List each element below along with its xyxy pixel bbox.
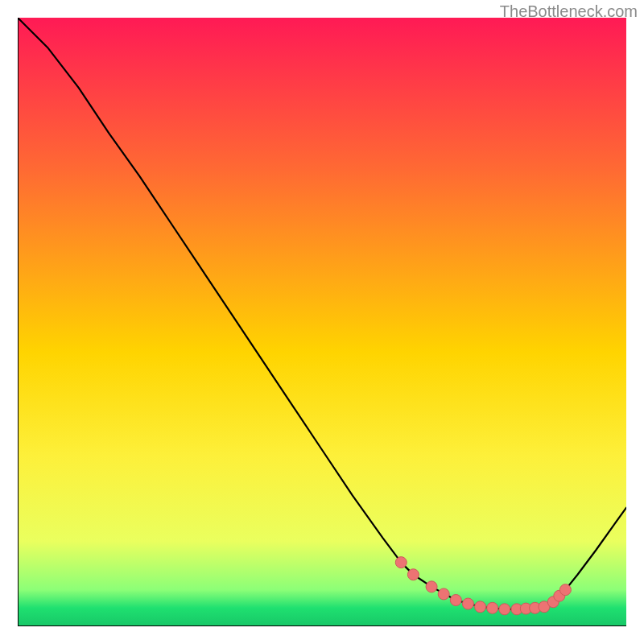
data-point bbox=[499, 604, 510, 615]
plot-area bbox=[18, 18, 626, 626]
data-point bbox=[450, 594, 461, 605]
data-point bbox=[475, 601, 486, 613]
plot-svg bbox=[18, 18, 626, 626]
data-point bbox=[426, 581, 437, 592]
data-point bbox=[395, 557, 407, 568]
gradient-rect bbox=[18, 18, 626, 626]
data-point bbox=[462, 598, 473, 609]
data-point bbox=[438, 588, 449, 600]
data-point bbox=[559, 584, 571, 596]
data-point bbox=[487, 602, 498, 613]
data-point bbox=[407, 569, 419, 580]
chart-container: TheBottleneck.com bbox=[0, 0, 644, 644]
